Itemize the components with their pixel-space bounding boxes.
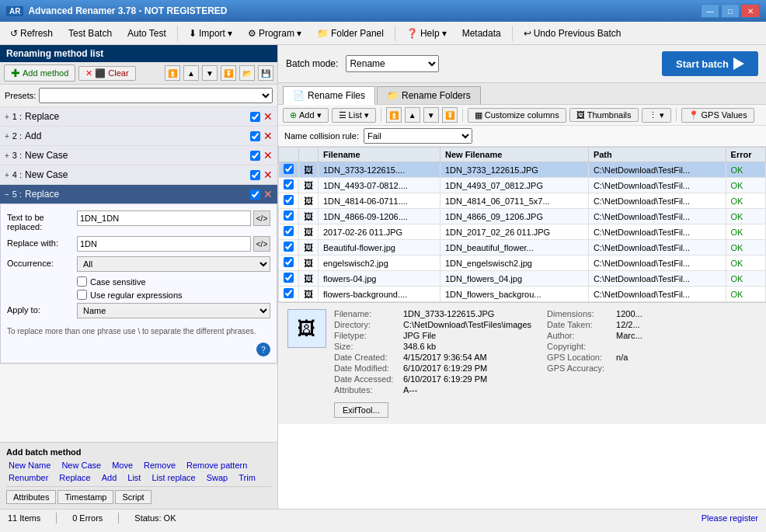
program-menu-button[interactable]: ⚙ Program ▾ bbox=[241, 25, 308, 42]
timestamp-tab[interactable]: Timestamp bbox=[57, 490, 113, 504]
metadata-menu-button[interactable]: Metadata bbox=[455, 25, 508, 42]
register-link[interactable]: Please register bbox=[702, 513, 758, 523]
batch-link-list-replace[interactable]: List replace bbox=[149, 472, 197, 483]
import-menu-button[interactable]: ⬇ Import ▾ bbox=[182, 25, 239, 42]
table-row[interactable]: 🖼 1DN_4493-07-0812.... 1DN_4493_07_0812.… bbox=[279, 178, 766, 193]
table-row[interactable]: 🖼 flowers-background.... 1DN_flowers_bac… bbox=[279, 287, 766, 302]
start-batch-button[interactable]: Start batch bbox=[662, 51, 758, 76]
replace-with-input[interactable] bbox=[77, 236, 251, 252]
test-batch-menu-button[interactable]: Test Batch bbox=[61, 25, 119, 42]
table-move-bottom-button[interactable]: ⏬ bbox=[442, 107, 458, 123]
customize-columns-button[interactable]: ▦ Customize columns bbox=[468, 108, 566, 123]
table-move-up-button[interactable]: ▲ bbox=[405, 107, 420, 123]
method-5-checkbox[interactable] bbox=[250, 190, 260, 200]
batch-link-remove-pattern[interactable]: Remove pattern bbox=[184, 460, 249, 471]
row-checkbox[interactable] bbox=[284, 226, 294, 236]
row-checkbox[interactable] bbox=[284, 179, 294, 190]
script-tab[interactable]: Script bbox=[115, 490, 151, 504]
table-row[interactable]: 🖼 2017-02-26 011.JPG 1DN_2017_02_26 011.… bbox=[279, 224, 766, 240]
method-4-checkbox[interactable] bbox=[250, 170, 260, 180]
col-path[interactable]: Path bbox=[588, 148, 726, 162]
row-checkbox[interactable] bbox=[284, 242, 294, 252]
occurrence-select[interactable]: All First Last bbox=[77, 256, 270, 272]
list-button[interactable]: ☰ List ▾ bbox=[332, 108, 376, 123]
col-error[interactable]: Error bbox=[726, 148, 765, 162]
method-4-delete[interactable]: ✕ bbox=[263, 169, 273, 181]
text-replace-code-button[interactable]: </> bbox=[253, 210, 270, 226]
text-to-replace-input[interactable] bbox=[77, 210, 251, 226]
table-row[interactable]: 🖼 1DN_4866-09-1206.... 1DN_4866_09_1206.… bbox=[279, 209, 766, 224]
table-row[interactable]: 🖼 flowers-04.jpg 1DN_flowers_04.jpg C:\N… bbox=[279, 271, 766, 287]
table-move-down-button[interactable]: ▼ bbox=[423, 107, 439, 123]
batch-link-list[interactable]: List bbox=[125, 472, 143, 483]
row-checkbox[interactable] bbox=[284, 164, 294, 174]
method-3-header[interactable]: + 3 : New Case ✕ bbox=[0, 146, 277, 165]
add-method-button[interactable]: ✚ Add method bbox=[4, 64, 75, 82]
batch-link-remove[interactable]: Remove bbox=[141, 460, 178, 471]
help-method-button[interactable]: ? bbox=[256, 342, 270, 356]
table-move-top-button[interactable]: ⏫ bbox=[386, 107, 402, 123]
rename-folders-tab[interactable]: 📁 Rename Folders bbox=[377, 86, 481, 104]
batch-mode-select[interactable]: Rename Copy Move bbox=[346, 55, 439, 72]
more-options-button[interactable]: ⋮ ▾ bbox=[642, 108, 671, 123]
method-2-header[interactable]: + 2 : Add ✕ bbox=[0, 127, 277, 145]
batch-link-new-name[interactable]: New Name bbox=[6, 460, 53, 471]
folder-icon-button[interactable]: 📂 bbox=[239, 65, 255, 81]
collision-select[interactable]: Fail Skip Overwrite Append bbox=[364, 128, 472, 144]
move-top-button[interactable]: ⏫ bbox=[165, 65, 180, 81]
auto-test-menu-button[interactable]: Auto Test bbox=[120, 25, 173, 42]
method-5-header[interactable]: − 5 : Replace ✕ bbox=[0, 185, 277, 203]
batch-link-trim[interactable]: Trim bbox=[236, 472, 258, 483]
method-5-delete[interactable]: ✕ bbox=[263, 188, 273, 200]
batch-link-renumber[interactable]: Renumber bbox=[6, 472, 50, 483]
undo-button[interactable]: ↩ Undo Previous Batch bbox=[517, 25, 628, 42]
apply-to-select[interactable]: Name Extension Name and Extension bbox=[77, 303, 270, 318]
batch-link-replace[interactable]: Replace bbox=[57, 472, 92, 483]
move-up-button[interactable]: ▲ bbox=[183, 65, 199, 81]
row-checkbox[interactable] bbox=[284, 288, 294, 298]
row-checkbox[interactable] bbox=[284, 257, 294, 267]
refresh-menu-button[interactable]: ↺ Refresh bbox=[3, 25, 60, 42]
method-1-checkbox[interactable] bbox=[250, 112, 260, 122]
presets-select[interactable] bbox=[39, 88, 273, 103]
table-row[interactable]: 🖼 1DN_3733-122615.... 1DN_3733_122615.JP… bbox=[279, 162, 766, 178]
attributes-tab[interactable]: Attributes bbox=[6, 490, 56, 504]
save-icon-button[interactable]: 💾 bbox=[258, 65, 273, 81]
minimize-button[interactable]: — bbox=[701, 4, 719, 18]
col-new-filename[interactable]: New Filename bbox=[440, 148, 589, 162]
close-button[interactable]: ✕ bbox=[741, 4, 760, 18]
col-filename[interactable]: Filename bbox=[319, 148, 440, 162]
batch-link-add[interactable]: Add bbox=[99, 472, 120, 483]
table-row[interactable]: 🖼 engelswisch2.jpg 1DN_engelswisch2.jpg … bbox=[279, 256, 766, 271]
table-row[interactable]: 🖼 Beautiful-flower.jpg 1DN_beautiful_flo… bbox=[279, 240, 766, 256]
method-1-header[interactable]: + 1 : Replace ✕ bbox=[0, 107, 277, 126]
method-3-checkbox[interactable] bbox=[250, 151, 260, 161]
method-3-delete[interactable]: ✕ bbox=[263, 149, 273, 162]
table-row[interactable]: 🖼 1DN_4814-06-0711.... 1DN_4814_06_0711_… bbox=[279, 193, 766, 209]
move-bottom-button[interactable]: ⏬ bbox=[221, 65, 236, 81]
file-table-wrap[interactable]: Filename New Filename Path Error 🖼 1DN_3… bbox=[278, 147, 766, 302]
row-checkbox[interactable] bbox=[284, 195, 294, 205]
exiftool-button[interactable]: ExifTool... bbox=[334, 402, 388, 418]
rename-files-tab[interactable]: 📄 Rename Files bbox=[283, 86, 375, 105]
row-checkbox[interactable] bbox=[284, 210, 294, 221]
regex-checkbox[interactable] bbox=[77, 290, 87, 300]
method-2-checkbox[interactable] bbox=[250, 131, 260, 141]
batch-link-move[interactable]: Move bbox=[110, 460, 135, 471]
gps-values-button[interactable]: 📍 GPS Values bbox=[681, 108, 754, 123]
batch-link-swap[interactable]: Swap bbox=[204, 472, 231, 483]
help-menu-button[interactable]: ❓ Help ▾ bbox=[399, 25, 454, 42]
folder-panel-button[interactable]: 📁 Folder Panel bbox=[310, 25, 391, 42]
move-down-button[interactable]: ▼ bbox=[202, 65, 218, 81]
thumbnails-button[interactable]: 🖼 Thumbnails bbox=[569, 108, 639, 122]
case-sensitive-checkbox[interactable] bbox=[77, 276, 87, 287]
add-files-button[interactable]: ⊕ Add ▾ bbox=[283, 108, 329, 123]
method-2-delete[interactable]: ✕ bbox=[263, 130, 273, 142]
replace-with-code-button[interactable]: </> bbox=[253, 236, 270, 252]
method-4-header[interactable]: + 4 : New Case ✕ bbox=[0, 165, 277, 184]
row-checkbox[interactable] bbox=[284, 273, 294, 283]
batch-link-new-case[interactable]: New Case bbox=[59, 460, 103, 471]
clear-button[interactable]: ✕ ⬛ Clear bbox=[78, 66, 135, 81]
maximize-button[interactable]: □ bbox=[721, 4, 740, 18]
method-1-delete[interactable]: ✕ bbox=[263, 110, 273, 123]
